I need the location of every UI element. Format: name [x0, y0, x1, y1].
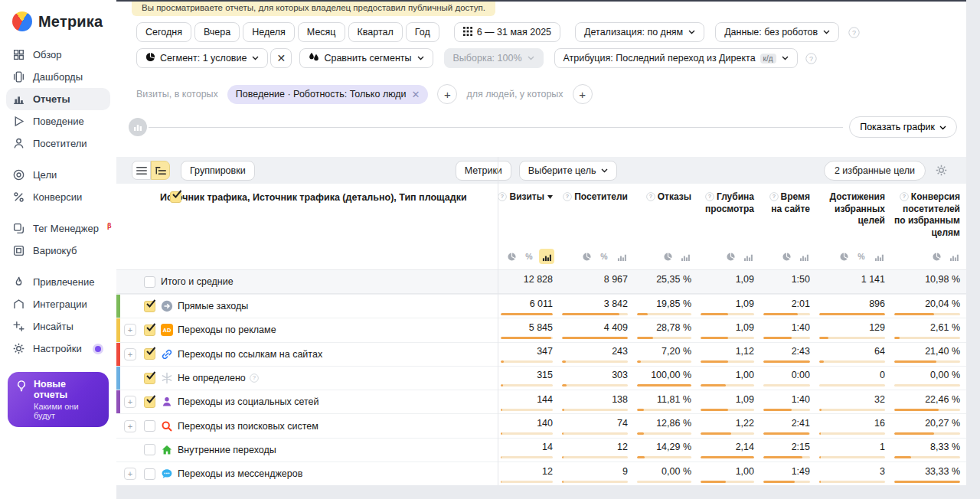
bar-chart-icon[interactable]	[740, 249, 756, 264]
select-goal-dropdown[interactable]: Выберите цель	[519, 161, 618, 181]
row-label[interactable]: Не определено	[178, 373, 246, 383]
select-all-checkbox[interactable]	[170, 191, 181, 203]
quick-range-4[interactable]: Квартал	[348, 22, 403, 42]
segment-dropdown[interactable]: Сегмент: 1 условие	[136, 48, 268, 68]
row-checkbox[interactable]	[144, 420, 155, 432]
quick-range-0[interactable]: Сегодня	[136, 22, 191, 42]
column-header-6[interactable]: Достижения избранных целей%	[816, 184, 891, 269]
value-bar	[701, 313, 754, 315]
sidebar-item-visitors[interactable]: Посетители	[6, 132, 110, 155]
new-reports-button[interactable]: Новые отчеты Какими они будут	[8, 372, 109, 427]
add-visit-condition-button[interactable]: +	[437, 84, 457, 104]
gear-icon[interactable]	[935, 164, 948, 177]
row-label[interactable]: Прямые заходы	[178, 301, 248, 311]
pie-chart-icon[interactable]	[660, 249, 675, 264]
expand-row-button[interactable]: +	[124, 348, 136, 360]
row-label[interactable]: Внутренние переходы	[178, 445, 276, 455]
sidebar-item-behavior[interactable]: Поведение	[6, 110, 110, 132]
quick-range-2[interactable]: Неделя	[243, 22, 295, 42]
clear-segment-button[interactable]: ✕	[270, 48, 292, 68]
row-checkbox[interactable]	[144, 276, 155, 288]
pie-chart-icon[interactable]	[504, 249, 519, 264]
column-header-3[interactable]: ?Отказы	[634, 184, 697, 269]
svg-text:?: ?	[772, 193, 775, 200]
sampling-dropdown[interactable]: Выборка: 100%	[444, 48, 544, 68]
flat-list-view-button[interactable]	[132, 161, 151, 180]
sidebar-item-insights[interactable]: Инсайты	[6, 315, 110, 338]
row-label[interactable]: Переходы по ссылкам на сайтах	[178, 349, 322, 360]
chart-slider-handle[interactable]	[129, 118, 147, 136]
slider-track[interactable]	[149, 127, 843, 128]
tree-view-button[interactable]	[151, 161, 170, 180]
quick-range-5[interactable]: Год	[406, 22, 439, 42]
sidebar-item-settings[interactable]: Настройки	[6, 338, 110, 360]
pie-chart-icon[interactable]	[929, 249, 944, 264]
metric-value: 21,40 %	[925, 346, 960, 357]
expand-row-button[interactable]: +	[124, 420, 136, 432]
app-logo[interactable]: Метрика	[0, 0, 116, 42]
column-header-2[interactable]: ?Посетители%	[559, 184, 634, 269]
column-header-7[interactable]: ?Конверсия посетителей по избранным целя…	[891, 184, 966, 269]
bar-chart-icon[interactable]	[796, 249, 812, 264]
column-header-4[interactable]: ?Глубина просмотра	[697, 184, 760, 269]
add-people-condition-button[interactable]: +	[573, 84, 593, 104]
bar-chart-icon[interactable]	[871, 249, 887, 264]
bar-chart-icon[interactable]	[678, 249, 693, 264]
row-checkbox[interactable]	[144, 373, 155, 384]
remove-filter-icon[interactable]: ✕	[412, 89, 420, 100]
sidebar-item-attraction[interactable]: Привлечение	[6, 271, 110, 293]
bar-chart-icon[interactable]	[539, 249, 554, 264]
quick-range-3[interactable]: Месяц	[298, 22, 345, 42]
percent-icon[interactable]: %	[854, 249, 869, 264]
sidebar-item-goals[interactable]: Цели	[6, 164, 110, 186]
sidebar-item-tag-manager[interactable]: Тег Менеджерβ	[6, 217, 110, 240]
dimension-header-label[interactable]: Источник трафика, Источник трафика (дета…	[160, 191, 467, 203]
row-checkbox[interactable]	[144, 396, 155, 408]
row-label[interactable]: Переходы по рекламе	[178, 325, 276, 335]
help-icon[interactable]: ?	[848, 27, 860, 38]
row-name-cell: +Переходы из социальных сетей	[116, 390, 498, 413]
row-label[interactable]: Переходы из поисковых систем	[178, 421, 318, 432]
sidebar-item-overview[interactable]: Обзор	[6, 44, 110, 66]
sidebar-item-variocube[interactable]: Вариокуб	[6, 240, 110, 262]
expand-row-button[interactable]: +	[124, 468, 136, 480]
metric-cell: 21,40 %	[891, 343, 966, 366]
row-label[interactable]: Переходы из социальных сетей	[178, 396, 318, 407]
pie-chart-icon[interactable]	[779, 249, 794, 264]
bar-chart-icon[interactable]	[946, 249, 962, 264]
attribution-dropdown[interactable]: Атрибуция: Последний переход из Директа …	[554, 48, 798, 68]
row-checkbox[interactable]	[144, 325, 155, 336]
help-icon[interactable]: ?	[805, 53, 817, 64]
compare-segments-dropdown[interactable]: Сравнить сегменты	[299, 48, 433, 68]
percent-icon[interactable]: %	[596, 249, 612, 264]
column-header-1[interactable]: ?Визиты%	[498, 184, 559, 269]
sidebar-item-reports[interactable]: Отчеты	[6, 88, 110, 110]
row-checkbox[interactable]	[144, 348, 155, 360]
sidebar-item-conversions[interactable]: Конверсии	[6, 186, 110, 208]
favorite-goals-button[interactable]: 2 избранные цели	[824, 161, 926, 181]
row-label[interactable]: Переходы из мессенджеров	[178, 468, 302, 479]
data-mode-dropdown[interactable]: Данные: без роботов	[715, 22, 839, 42]
quick-range-1[interactable]: Вчера	[194, 22, 240, 42]
sidebar-item-dashboards[interactable]: Дашборды	[6, 66, 110, 88]
pie-chart-icon[interactable]	[836, 249, 851, 264]
sidebar-item-integrations[interactable]: Интеграции	[6, 293, 110, 315]
robots-filter-chip[interactable]: Поведение · Роботность: Только люди ✕	[227, 85, 429, 104]
row-checkbox[interactable]	[144, 444, 155, 455]
pie-chart-icon[interactable]	[579, 249, 594, 264]
detail-dropdown[interactable]: Детализация: по дням	[575, 22, 704, 42]
value-bar	[501, 313, 553, 315]
percent-icon[interactable]: %	[521, 249, 537, 264]
expand-row-button[interactable]: +	[124, 396, 136, 408]
groupings-button[interactable]: Группировки	[181, 161, 255, 181]
expand-row-button[interactable]: +	[124, 324, 136, 336]
pie-chart-icon[interactable]	[723, 249, 738, 264]
metric-value: 33,33 %	[925, 466, 960, 477]
row-checkbox[interactable]	[144, 301, 155, 312]
metrics-button[interactable]: Метрики	[456, 161, 511, 181]
date-range-button[interactable]: 6 — 31 мая 2025	[454, 22, 560, 42]
bar-chart-icon[interactable]	[614, 249, 629, 264]
column-header-5[interactable]: ?Время на сайте	[760, 184, 816, 269]
show-chart-button[interactable]: Показать график	[849, 116, 957, 138]
row-checkbox[interactable]	[144, 468, 155, 480]
